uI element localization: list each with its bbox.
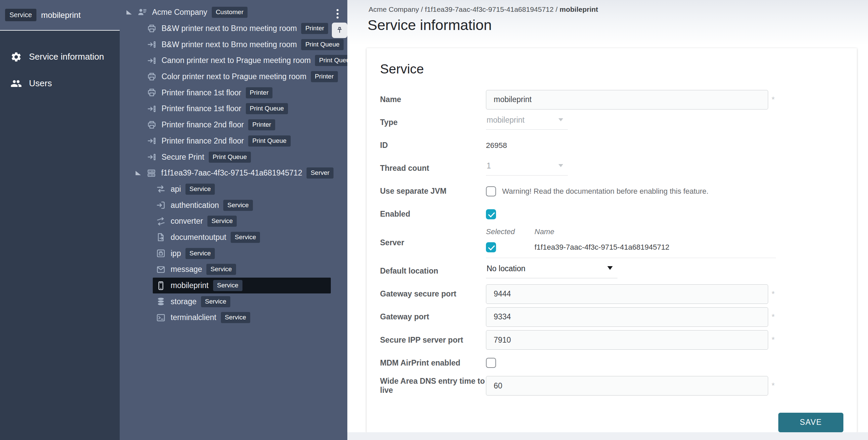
server-table: Selected Name f1f1ea39-7aac-4f3c-9715-41… (486, 227, 776, 258)
tree-node-service-api[interactable]: api Service (120, 181, 347, 197)
breadcrumb-separator: / (554, 5, 560, 13)
tree-node-service-converter[interactable]: converter Service (120, 213, 347, 229)
tree-node-print-queue[interactable]: Canon printer next to Prague meeting roo… (120, 53, 347, 69)
tree-node-service-ipp[interactable]: ipp Service (120, 245, 347, 261)
tree-node-badge: Print Queue (301, 39, 343, 50)
form-row-mdm-airprint: MDM AirPrint enabled (380, 353, 843, 373)
tree-node-print-queue[interactable]: Printer finance 1st floor Print Queue (120, 101, 347, 117)
form-row-default-location: Default location No location (380, 261, 843, 281)
tree-node-customer[interactable]: Acme Company Customer (120, 4, 347, 21)
collapse-triangle-icon[interactable] (136, 171, 141, 175)
field-label: Name (380, 95, 486, 104)
tree-node-badge: Print Queue (246, 103, 288, 114)
tree-node-label: Printer finance 2nd floor (162, 136, 244, 146)
print-queue-icon (147, 104, 157, 114)
form-row-id: ID 26958 (380, 136, 843, 155)
breadcrumb-customer[interactable]: Acme Company (369, 5, 419, 13)
tree-node-service-terminalclient[interactable]: terminalclient Service (120, 310, 347, 326)
field-label: MDM AirPrint enabled (380, 358, 486, 368)
wide-area-dns-ttl-input[interactable] (486, 376, 768, 396)
field-label: Enabled (380, 210, 486, 219)
tree-node-label: documentoutput (171, 233, 226, 242)
tree-node-label: f1f1ea39-7aac-4f3c-9715-41a681945712 (161, 168, 302, 178)
tree-node-badge: Printer (311, 71, 338, 82)
default-location-value: No location (487, 264, 525, 273)
mobileprint-icon (156, 281, 166, 291)
tree-node-print-queue[interactable]: Secure Print Print Queue (120, 149, 347, 165)
collapse-triangle-icon[interactable] (126, 10, 132, 14)
tree-node-printer[interactable]: B&W printer next to Brno meeting room Pr… (120, 21, 347, 37)
tree-node-service-documentoutput[interactable]: documentoutput Service (120, 229, 347, 246)
tree-node-badge: Service (185, 248, 215, 259)
jvm-warning-text: Warning! Read the documentation before e… (502, 187, 708, 196)
server-row-checkbox[interactable] (486, 242, 496, 252)
tree-node-label: mobileprint (171, 281, 209, 290)
sidebar-item-users[interactable]: Users (0, 70, 120, 97)
mdm-airprint-checkbox[interactable] (486, 358, 496, 368)
breadcrumb-server[interactable]: f1f1ea39-7aac-4f3c-9715-41a681945712 (425, 5, 554, 13)
field-label: ID (380, 141, 486, 150)
form-row-server: Server Selected Name f1f1ea39-7aac-4f3c-… (380, 227, 843, 258)
tree-menu-kebab-icon[interactable] (332, 6, 343, 22)
tree-node-label: Printer finance 1st floor (162, 104, 241, 113)
breadcrumb: Acme Company / f1f1ea39-7aac-4f3c-9715-4… (369, 5, 598, 13)
pin-icon (335, 26, 344, 35)
breadcrumb-separator: / (419, 5, 425, 13)
tree-node-service-mobileprint-selected[interactable]: mobileprint Service (153, 278, 331, 294)
tree-node-badge: Service (207, 216, 237, 227)
print-queue-icon (147, 136, 157, 146)
bottom-band (347, 432, 868, 440)
tree-node-badge: Print Queue (248, 135, 290, 147)
tree-node-print-queue[interactable]: Printer finance 2nd floor Print Queue (120, 133, 347, 149)
tree-node-badge: Printer (248, 119, 275, 130)
secure-ipp-port-input[interactable] (486, 330, 768, 350)
tree-node-label: Canon printer next to Prague meeting roo… (162, 56, 311, 65)
customer-icon (137, 7, 147, 18)
field-label: Gateway secure port (380, 289, 486, 298)
form-row-gateway-secure-port: Gateway secure port * (380, 284, 843, 304)
tree-node-label: Color printer next to Prague meeting roo… (162, 72, 307, 81)
tree-node-service-message[interactable]: message Service (120, 261, 347, 278)
tree-node-badge: Server (307, 167, 334, 179)
message-icon (156, 264, 166, 275)
entity-tree-panel: Acme Company Customer B&W printer next t… (120, 0, 347, 440)
gateway-port-input[interactable] (486, 307, 768, 327)
gateway-secure-port-input[interactable] (486, 284, 768, 304)
enabled-checkbox[interactable] (486, 209, 496, 219)
tree-node-printer[interactable]: Printer finance 2nd floor Printer (120, 117, 347, 133)
tree-node-label: Secure Print (162, 153, 204, 162)
required-asterisk: * (772, 381, 775, 390)
tree-node-badge: Service (206, 264, 236, 275)
sidebar-item-label: Users (29, 78, 52, 89)
tree-node-service-storage[interactable]: storage Service (120, 293, 347, 310)
use-separate-jvm-checkbox[interactable] (486, 186, 496, 196)
thread-count-value: 1 (487, 161, 491, 170)
breadcrumb-current: mobileprint (559, 5, 598, 13)
field-label: Default location (380, 266, 486, 276)
form-row-enabled: Enabled (380, 205, 843, 224)
print-queue-icon (147, 152, 157, 162)
converter-icon (156, 216, 166, 226)
tree-node-badge: Printer (301, 23, 328, 34)
pin-tree-button[interactable] (332, 23, 347, 38)
save-button[interactable]: SAVE (778, 413, 843, 432)
tree-node-service-authentication[interactable]: authentication Service (120, 197, 347, 213)
main-content: Acme Company / f1f1ea39-7aac-4f3c-9715-4… (347, 0, 868, 440)
tree-node-printer[interactable]: Color printer next to Prague meeting roo… (120, 69, 347, 85)
service-form-card: Service Name * Type mobileprint ID (367, 48, 857, 432)
tree-node-print-queue[interactable]: B&W printer next to Brno meeting room Pr… (120, 36, 347, 53)
tree-node-label: B&W printer next to Brno meeting room (162, 40, 297, 49)
field-label: Gateway port (380, 312, 486, 321)
tree-node-label: message (171, 265, 202, 274)
name-input[interactable] (486, 90, 768, 109)
server-col-name: Name (534, 227, 776, 236)
tree-node-label: Printer finance 1st floor (162, 88, 241, 97)
tree-node-badge: Customer (212, 7, 248, 18)
printer-icon (147, 24, 157, 34)
sidebar-item-service-information[interactable]: Service information (0, 43, 120, 70)
chevron-down-icon (607, 266, 613, 270)
default-location-select[interactable]: No location (486, 264, 617, 278)
tree-node-server[interactable]: f1f1ea39-7aac-4f3c-9715-41a681945712 Ser… (120, 165, 347, 181)
printer-icon (147, 72, 157, 82)
tree-node-printer[interactable]: Printer finance 1st floor Printer (120, 85, 347, 101)
